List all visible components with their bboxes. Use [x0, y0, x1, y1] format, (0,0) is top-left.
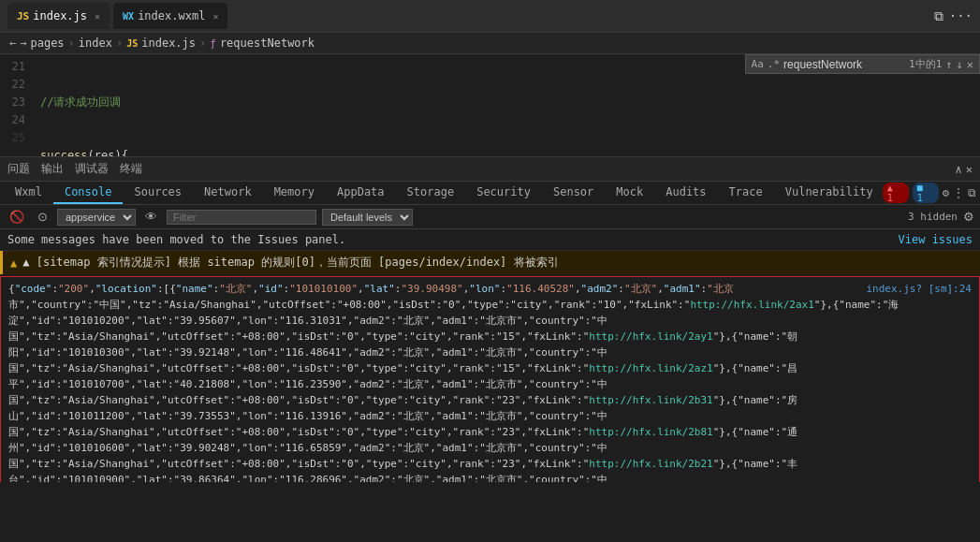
json-line-4: 国","tz":"Asia/Shanghai","utcOffset":"+08… — [8, 329, 972, 344]
tab-memory[interactable]: Memory — [263, 182, 326, 204]
tab-label-index-js: index.js — [33, 9, 87, 22]
line-num-22: 22 — [4, 76, 25, 94]
js-breadcrumb-icon: JS — [126, 38, 138, 49]
close-tab-index-js[interactable]: ✕ — [95, 11, 100, 22]
more-options-icon[interactable]: ··· — [949, 8, 973, 24]
breadcrumb: ← → pages › index › JS index.js › ƒ requ… — [0, 33, 980, 54]
wxml-file-icon: WX — [123, 11, 134, 22]
tab-console[interactable]: Console — [53, 182, 124, 204]
panel-output-label[interactable]: 输出 — [41, 161, 64, 177]
json-line-1: {"code":"200","location":[{"name":"北京","… — [8, 281, 972, 297]
more-devtools-icon[interactable]: ⋮ — [953, 186, 964, 199]
code-editor: 21 22 23 24 25 //请求成功回调 success(res){ va… — [0, 54, 980, 157]
search-match-count: 1中的1 — [909, 57, 942, 71]
json-line-11: 州","id":"101010600","lat":"39.90248","lo… — [8, 440, 972, 456]
panel-problems-label[interactable]: 问题 — [7, 161, 30, 177]
tab-audits[interactable]: Audits — [654, 182, 717, 204]
search-next-icon[interactable]: ↓ — [957, 58, 963, 71]
tab-vulnerability[interactable]: Vulnerability — [774, 182, 883, 204]
breadcrumb-sep-2: › — [116, 37, 123, 50]
panel-terminal-label[interactable]: 终端 — [120, 161, 142, 177]
breadcrumb-nav-back[interactable]: ← — [9, 37, 16, 50]
console-output[interactable]: Some messages have been moved to the Iss… — [0, 229, 980, 482]
warning-message: ▲ ▲ [sitemap 索引情况提示] 根据 sitemap 的规则[0]，当… — [0, 251, 980, 274]
line-num-23: 23 — [4, 94, 25, 111]
json-line-7: 平","id":"101010700","lat":"40.21808","lo… — [8, 376, 972, 392]
tab-wxml[interactable]: Wxml — [4, 182, 53, 204]
search-prev-icon[interactable]: ↑ — [945, 58, 952, 71]
json-line-5: 阳","id":"101010300","lat":"39.92148","lo… — [8, 344, 972, 360]
warning-text: ▲ [sitemap 索引情况提示] 根据 sitemap 的规则[0]，当前页… — [22, 255, 558, 271]
js-file-icon: JS — [17, 10, 29, 22]
fn-breadcrumb-icon: ƒ — [210, 37, 216, 50]
issues-moved-message: Some messages have been moved to the Iss… — [0, 229, 980, 251]
json-line-3: 淀","id":"101010200","lat":"39.95607","lo… — [8, 313, 972, 329]
tab-index-wxml[interactable]: WX index.wxml ✕ — [113, 3, 227, 29]
tab-network[interactable]: Network — [193, 182, 263, 204]
breadcrumb-pages: pages — [30, 37, 64, 50]
tab-storage[interactable]: Storage — [396, 182, 466, 204]
tab-trace[interactable]: Trace — [718, 182, 774, 204]
line-num-24: 24 — [4, 111, 25, 129]
settings-icon[interactable]: ⚙ — [943, 186, 949, 199]
code-line-21: //请求成功回调 — [40, 94, 973, 111]
json-source-ref[interactable]: index.js? [sm]:24 — [866, 281, 972, 297]
json-line-13: 台","id":"101010900","lat":"39.86364","lo… — [8, 472, 972, 482]
split-editor-icon[interactable]: ⧉ — [934, 8, 943, 24]
breadcrumb-sep-3: › — [199, 37, 206, 50]
preserve-log-btn[interactable]: ⊙ — [34, 208, 51, 226]
regex-icon[interactable]: .* — [768, 58, 780, 70]
tab-appdata[interactable]: AppData — [326, 182, 396, 204]
search-input[interactable] — [783, 58, 905, 71]
tab-index-js[interactable]: JS index.js ✕ — [7, 3, 110, 29]
json-text-1: {"code":"200","location":[{"name":"北京","… — [8, 281, 858, 297]
console-settings-btn[interactable]: ⚙ — [963, 210, 974, 224]
levels-select[interactable]: Default levels — [322, 209, 413, 226]
tab-mock[interactable]: Mock — [605, 182, 654, 204]
line-num-25: 25 — [4, 129, 25, 147]
info-badge: ■ 1 — [913, 183, 939, 203]
tab-label-index-wxml: index.wxml — [138, 9, 205, 22]
json-line-10: 国","tz":"Asia/Shanghai","utcOffset":"+08… — [8, 424, 972, 440]
breadcrumb-filename: index.js — [141, 37, 196, 50]
editor-search-bar[interactable]: Aa .* 1中的1 ↑ ↓ ✕ — [745, 54, 980, 74]
filter-input[interactable] — [167, 210, 316, 225]
case-sensitive-icon[interactable]: Aa — [752, 58, 764, 70]
search-close-icon[interactable]: ✕ — [967, 58, 973, 71]
tab-sensor[interactable]: Sensor — [542, 182, 605, 204]
breadcrumb-sep-1: › — [68, 37, 75, 50]
moved-msg-text: Some messages have been moved to the Iss… — [7, 233, 345, 246]
eye-icon-btn[interactable]: 👁 — [141, 208, 161, 226]
panel-collapse-icon[interactable]: ∧ — [956, 163, 962, 176]
breadcrumb-index: index — [79, 37, 112, 50]
json-output: {"code":"200","location":[{"name":"北京","… — [0, 276, 980, 482]
line-numbers: 21 22 23 24 25 — [0, 54, 33, 156]
devtools-right-icons: ▲ 1 ■ 1 ⚙ ⋮ ⧉ — [883, 183, 976, 203]
dock-icon[interactable]: ⧉ — [968, 186, 976, 199]
source-select[interactable]: appservice — [57, 209, 136, 226]
window-controls: ⧉ ··· — [934, 8, 973, 24]
breadcrumb-function: requestNetwork — [220, 37, 314, 50]
json-line-2: 市","country":"中国","tz":"Asia/Shanghai","… — [8, 297, 972, 313]
console-toolbar: 🚫 ⊙ appservice 👁 Default levels 3 hidden… — [0, 205, 980, 229]
error-badge: ▲ 1 — [883, 183, 909, 203]
json-line-8: 国","tz":"Asia/Shanghai","utcOffset":"+08… — [8, 392, 972, 408]
breadcrumb-nav-forward[interactable]: → — [20, 37, 26, 50]
devtools-tabs: Wxml Console Sources Network Memory AppD… — [4, 182, 883, 204]
clear-console-btn[interactable]: 🚫 — [6, 208, 28, 226]
close-tab-index-wxml[interactable]: ✕ — [212, 11, 218, 22]
panel-debugger-label[interactable]: 调试器 — [75, 161, 109, 177]
editor-tab-bar: JS index.js ✕ WX index.wxml ✕ ⧉ ··· — [0, 0, 980, 33]
devtools-panel: 问题 输出 调试器 终端 ∧ ✕ Wxml Console Sources Ne… — [0, 157, 980, 482]
json-line-6: 国","tz":"Asia/Shanghai","utcOffset":"+08… — [8, 360, 972, 376]
hidden-count: 3 hidden — [908, 211, 958, 223]
json-line-9: 山","id":"101011200","lat":"39.73553","lo… — [8, 408, 972, 424]
tab-sources[interactable]: Sources — [123, 182, 193, 204]
code-line-22: success(res){ — [40, 147, 973, 156]
json-line-12: 国","tz":"Asia/Shanghai","utcOffset":"+08… — [8, 456, 972, 472]
warning-icon: ▲ — [10, 256, 17, 270]
tab-security[interactable]: Security — [465, 182, 542, 204]
view-issues-link[interactable]: View issues — [899, 233, 973, 246]
panel-close-icon[interactable]: ✕ — [966, 163, 973, 176]
line-num-21: 21 — [4, 58, 25, 76]
